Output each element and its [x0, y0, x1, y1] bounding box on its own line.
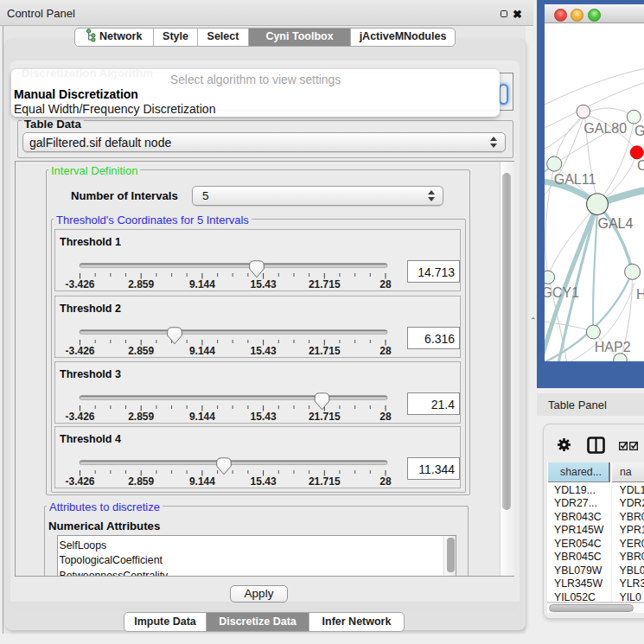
svg-text:9.144: 9.144	[189, 278, 215, 290]
svg-text:HAP2: HAP2	[595, 340, 631, 354]
svg-text:21.715: 21.715	[309, 411, 341, 423]
svg-text:GAL11: GAL11	[554, 172, 596, 187]
svg-text:15.43: 15.43	[251, 411, 277, 423]
svg-text:-3.426: -3.426	[65, 475, 94, 488]
svg-text:28: 28	[379, 475, 392, 488]
svg-text:-3.426: -3.426	[65, 278, 94, 290]
svg-text:15.43: 15.43	[251, 278, 277, 290]
svg-text:2.859: 2.859	[128, 475, 154, 488]
svg-text:21.715: 21.715	[309, 475, 341, 488]
svg-text:28: 28	[379, 345, 392, 357]
svg-text:CD: CD	[637, 158, 644, 173]
svg-text:2.859: 2.859	[128, 345, 154, 357]
svg-text:28: 28	[379, 411, 392, 423]
svg-text:21.715: 21.715	[309, 345, 341, 357]
svg-text:15.43: 15.43	[251, 345, 277, 357]
svg-text:9.144: 9.144	[189, 411, 215, 423]
svg-text:GA: GA	[634, 124, 644, 138]
svg-text:GCY1: GCY1	[545, 285, 579, 300]
svg-text:9.144: 9.144	[189, 345, 215, 357]
svg-text:28: 28	[379, 278, 392, 290]
svg-text:2.859: 2.859	[128, 411, 154, 423]
svg-text:GAL4: GAL4	[598, 216, 634, 231]
svg-text:-3.426: -3.426	[65, 345, 94, 357]
svg-text:9.144: 9.144	[189, 475, 215, 488]
svg-text:21.715: 21.715	[309, 278, 341, 290]
svg-text:GAL80: GAL80	[583, 121, 627, 136]
svg-text:2.859: 2.859	[128, 278, 154, 290]
svg-text:HI: HI	[636, 287, 644, 302]
svg-text:-3.426: -3.426	[65, 411, 94, 423]
svg-text:15.43: 15.43	[251, 475, 277, 488]
